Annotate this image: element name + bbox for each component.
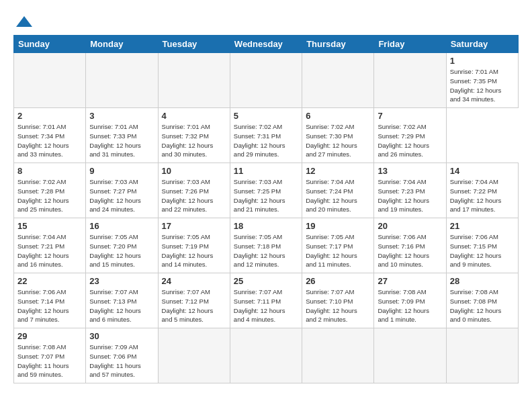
day-number: 23 [89,276,154,286]
calendar-day-cell: 12Sunrise: 7:04 AM Sunset: 7:24 PM Dayli… [302,163,374,218]
day-number: 1 [450,56,515,66]
day-info: Sunrise: 7:01 AM Sunset: 7:35 PM Dayligh… [450,67,515,104]
header [13,12,519,30]
calendar-day-cell: 18Sunrise: 7:05 AM Sunset: 7:18 PM Dayli… [230,218,302,273]
calendar-day-cell: 7Sunrise: 7:02 AM Sunset: 7:29 PM Daylig… [374,108,446,163]
day-info: Sunrise: 7:03 AM Sunset: 7:27 PM Dayligh… [89,177,154,214]
day-info: Sunrise: 7:09 AM Sunset: 7:06 PM Dayligh… [89,342,154,379]
day-number: 11 [234,166,298,176]
day-number: 30 [89,331,154,341]
calendar-day-cell: 21Sunrise: 7:06 AM Sunset: 7:15 PM Dayli… [446,218,518,273]
calendar-day-cell: 20Sunrise: 7:06 AM Sunset: 7:16 PM Dayli… [374,218,446,273]
calendar-day-cell: 23Sunrise: 7:07 AM Sunset: 7:13 PM Dayli… [86,273,158,328]
calendar-weekday-sunday: Sunday [14,36,86,53]
day-number: 13 [378,166,442,176]
calendar-day-cell [446,328,518,383]
day-number: 24 [162,276,226,286]
calendar-day-cell: 2Sunrise: 7:01 AM Sunset: 7:34 PM Daylig… [14,108,86,163]
calendar-day-cell: 27Sunrise: 7:08 AM Sunset: 7:09 PM Dayli… [374,273,446,328]
calendar-day-cell: 26Sunrise: 7:07 AM Sunset: 7:10 PM Dayli… [302,273,374,328]
calendar-empty-cell [158,53,230,108]
svg-marker-0 [16,16,32,27]
calendar-weekday-monday: Monday [86,36,158,53]
calendar-day-cell: 3Sunrise: 7:01 AM Sunset: 7:33 PM Daylig… [86,108,158,163]
day-number: 2 [17,111,82,121]
calendar-day-cell: 5Sunrise: 7:02 AM Sunset: 7:31 PM Daylig… [230,108,302,163]
day-info: Sunrise: 7:06 AM Sunset: 7:15 PM Dayligh… [450,232,515,269]
calendar-weekday-tuesday: Tuesday [158,36,230,53]
calendar-day-cell: 24Sunrise: 7:07 AM Sunset: 7:12 PM Dayli… [158,273,230,328]
day-info: Sunrise: 7:07 AM Sunset: 7:13 PM Dayligh… [89,287,154,324]
day-info: Sunrise: 7:05 AM Sunset: 7:17 PM Dayligh… [306,232,370,269]
calendar-day-cell: 22Sunrise: 7:06 AM Sunset: 7:14 PM Dayli… [14,273,86,328]
calendar-empty-cell [374,53,446,108]
logo [13,15,34,30]
calendar-day-cell: 25Sunrise: 7:07 AM Sunset: 7:11 PM Dayli… [230,273,302,328]
day-number: 18 [234,221,298,231]
day-number: 25 [234,276,298,286]
day-info: Sunrise: 7:08 AM Sunset: 7:07 PM Dayligh… [17,342,82,379]
day-info: Sunrise: 7:02 AM Sunset: 7:29 PM Dayligh… [378,122,442,159]
day-info: Sunrise: 7:02 AM Sunset: 7:28 PM Dayligh… [17,177,82,214]
day-number: 19 [306,221,370,231]
day-info: Sunrise: 7:04 AM Sunset: 7:24 PM Dayligh… [306,177,370,214]
calendar-day-cell: 9Sunrise: 7:03 AM Sunset: 7:27 PM Daylig… [86,163,158,218]
day-number: 28 [450,276,515,286]
calendar-day-cell: 19Sunrise: 7:05 AM Sunset: 7:17 PM Dayli… [302,218,374,273]
day-number: 5 [234,111,298,121]
day-info: Sunrise: 7:04 AM Sunset: 7:21 PM Dayligh… [17,232,82,269]
day-info: Sunrise: 7:03 AM Sunset: 7:25 PM Dayligh… [234,177,298,214]
calendar-week-row: 22Sunrise: 7:06 AM Sunset: 7:14 PM Dayli… [14,273,519,328]
day-info: Sunrise: 7:01 AM Sunset: 7:32 PM Dayligh… [162,122,226,159]
day-number: 16 [89,221,154,231]
day-info: Sunrise: 7:04 AM Sunset: 7:23 PM Dayligh… [378,177,442,214]
day-number: 12 [306,166,370,176]
calendar-day-cell: 16Sunrise: 7:05 AM Sunset: 7:20 PM Dayli… [86,218,158,273]
day-info: Sunrise: 7:03 AM Sunset: 7:26 PM Dayligh… [162,177,226,214]
day-number: 7 [378,111,442,121]
day-number: 26 [306,276,370,286]
day-number: 8 [17,166,82,176]
calendar-week-row: 1Sunrise: 7:01 AM Sunset: 7:35 PM Daylig… [14,53,519,108]
day-info: Sunrise: 7:07 AM Sunset: 7:10 PM Dayligh… [306,287,370,324]
calendar-weekday-saturday: Saturday [446,36,518,53]
calendar-day-cell: 1Sunrise: 7:01 AM Sunset: 7:35 PM Daylig… [446,53,518,108]
day-number: 9 [89,166,154,176]
day-number: 21 [450,221,515,231]
calendar-header-row: SundayMondayTuesdayWednesdayThursdayFrid… [14,36,519,53]
day-info: Sunrise: 7:07 AM Sunset: 7:11 PM Dayligh… [234,287,298,324]
calendar-day-cell: 15Sunrise: 7:04 AM Sunset: 7:21 PM Dayli… [14,218,86,273]
calendar-table: SundayMondayTuesdayWednesdayThursdayFrid… [13,35,519,383]
page: SundayMondayTuesdayWednesdayThursdayFrid… [0,0,532,390]
calendar-day-cell: 10Sunrise: 7:03 AM Sunset: 7:26 PM Dayli… [158,163,230,218]
calendar-weekday-wednesday: Wednesday [230,36,302,53]
day-info: Sunrise: 7:05 AM Sunset: 7:18 PM Dayligh… [234,232,298,269]
day-number: 4 [162,111,226,121]
day-number: 22 [17,276,82,286]
day-number: 3 [89,111,154,121]
day-info: Sunrise: 7:06 AM Sunset: 7:16 PM Dayligh… [378,232,442,269]
day-number: 15 [17,221,82,231]
calendar-day-cell: 8Sunrise: 7:02 AM Sunset: 7:28 PM Daylig… [14,163,86,218]
day-number: 20 [378,221,442,231]
calendar-day-cell [158,328,230,383]
calendar-day-cell: 6Sunrise: 7:02 AM Sunset: 7:30 PM Daylig… [302,108,374,163]
calendar-week-row: 2Sunrise: 7:01 AM Sunset: 7:34 PM Daylig… [14,108,519,163]
day-info: Sunrise: 7:02 AM Sunset: 7:30 PM Dayligh… [306,122,370,159]
logo-icon [15,15,34,30]
day-info: Sunrise: 7:01 AM Sunset: 7:33 PM Dayligh… [89,122,154,159]
calendar-empty-cell [86,53,158,108]
day-number: 27 [378,276,442,286]
day-info: Sunrise: 7:07 AM Sunset: 7:12 PM Dayligh… [162,287,226,324]
day-number: 6 [306,111,370,121]
calendar-day-cell [230,328,302,383]
day-info: Sunrise: 7:08 AM Sunset: 7:08 PM Dayligh… [450,287,515,324]
calendar-day-cell: 29Sunrise: 7:08 AM Sunset: 7:07 PM Dayli… [14,328,86,383]
calendar-day-cell: 13Sunrise: 7:04 AM Sunset: 7:23 PM Dayli… [374,163,446,218]
calendar-day-cell [302,328,374,383]
calendar-day-cell [374,328,446,383]
day-number: 17 [162,221,226,231]
calendar-empty-cell [230,53,302,108]
calendar-weekday-friday: Friday [374,36,446,53]
day-info: Sunrise: 7:02 AM Sunset: 7:31 PM Dayligh… [234,122,298,159]
